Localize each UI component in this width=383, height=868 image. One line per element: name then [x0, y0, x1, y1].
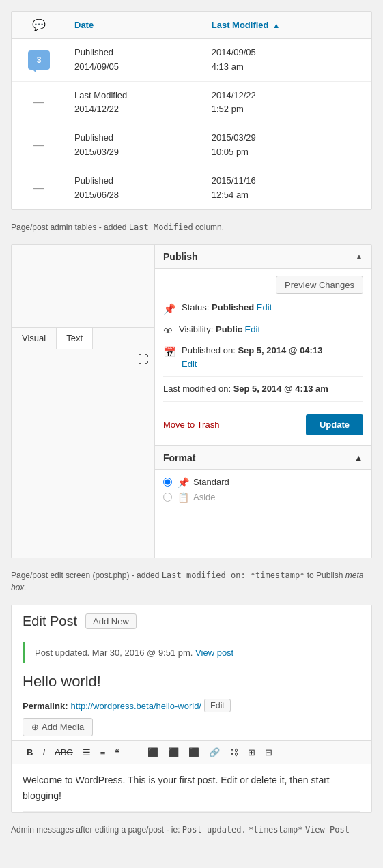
text-tab[interactable]: Text: [56, 328, 93, 349]
view-post-link[interactable]: View post: [195, 648, 233, 658]
publish-box: Publish ▲ Preview Changes 📌 Status: Publ…: [155, 245, 371, 446]
align-center-button[interactable]: ⬛: [164, 745, 183, 760]
table-cell-date: Last Modified2014/12/22: [66, 81, 203, 124]
visibility-text: Visibility: Public Edit: [179, 323, 260, 336]
add-new-button[interactable]: Add New: [85, 613, 137, 629]
ul-button[interactable]: ☰: [79, 745, 95, 760]
expand-icon[interactable]: ⛶: [138, 353, 149, 366]
table-wrapper: 💬 Date Last Modified ▲ 3Published2014/09…: [12, 12, 371, 209]
move-to-trash-link[interactable]: Move to Trash: [163, 420, 219, 430]
strikethrough-button[interactable]: ABC: [51, 745, 77, 760]
media-icon: ⊕: [31, 722, 39, 732]
table-row: —Last Modified2014/12/222014/12/221:52 p…: [12, 81, 371, 124]
dash-icon: —: [33, 96, 44, 108]
visibility-icon: 👁: [163, 323, 173, 339]
indent-button[interactable]: ⊞: [244, 745, 259, 760]
sort-arrow-icon: ▲: [272, 21, 280, 29]
italic-button[interactable]: I: [38, 745, 49, 760]
format-aside-label: Aside: [193, 492, 216, 502]
align-left-button[interactable]: ⬛: [143, 745, 162, 760]
blockquote-button[interactable]: ❝: [111, 745, 124, 760]
edit-post-header: Edit Post Add New: [12, 605, 371, 635]
unlink-button[interactable]: ⛓: [225, 745, 242, 760]
calendar-icon: 📅: [163, 345, 176, 360]
edit-post-section: Edit Post Add New Post updated. Mar 30, …: [11, 605, 372, 813]
hr-button[interactable]: —: [125, 745, 142, 760]
editor-content[interactable]: Welcome to WordPress. This is your first…: [23, 764, 360, 812]
publish-header: Publish ▲: [155, 245, 371, 269]
col-comments-header: 💬: [12, 12, 66, 39]
notice-text: Post updated.: [35, 648, 89, 658]
table-caption: Page/post admin tables - added Last Modi…: [11, 221, 372, 233]
admin-table: 💬 Date Last Modified ▲ 3Published2014/09…: [12, 12, 371, 209]
status-text: Status: Published Edit: [182, 301, 272, 315]
format-body: 📌 Standard 📋 Aside: [155, 470, 371, 514]
table-cell-comments: —: [12, 124, 66, 167]
pushpin-icon: 📌: [178, 477, 189, 488]
editor-placeholder: [12, 245, 154, 327]
table-header-row: 💬 Date Last Modified ▲: [12, 12, 371, 39]
preview-changes-button[interactable]: Preview Changes: [276, 276, 363, 294]
visibility-row: 👁 Visibility: Public Edit: [163, 323, 363, 339]
comment-bubble[interactable]: 3: [28, 50, 50, 70]
notice-timestamp: Mar 30, 2016 @ 9:51 pm.: [92, 648, 193, 658]
edit-right-panel: Publish ▲ Preview Changes 📌 Status: Publ…: [155, 245, 371, 558]
published-edit-link[interactable]: Edit: [182, 359, 197, 369]
media-row: ⊕ Add Media: [23, 718, 360, 736]
table-cell-comments: —: [12, 81, 66, 124]
editor-expand-area: ⛶: [12, 349, 154, 370]
visual-tab[interactable]: Visual: [12, 328, 56, 349]
publish-caption: Page/post edit screen (post.php) - added…: [11, 569, 372, 594]
format-collapse-icon[interactable]: ▲: [354, 452, 363, 463]
table-row: 3Published2014/09/052014/09/054:13 am: [12, 39, 371, 82]
table-row: —Published2015/06/282015/11/1612:54 am: [12, 167, 371, 209]
editor-toolbar: B I ABC ☰ ≡ ❝ — ⬛ ⬛ ⬛ 🔗 ⛓ ⊞ ⊟: [12, 740, 371, 764]
col-date-header[interactable]: Date: [66, 12, 203, 39]
table-cell-date: Published2015/06/28: [66, 167, 203, 209]
visibility-edit-link[interactable]: Edit: [245, 324, 260, 334]
format-standard-label: Standard: [193, 477, 229, 487]
published-on-row: 📅 Published on: Sep 5, 2014 @ 04:13 Edit: [163, 344, 363, 371]
notice-bar: Post updated. Mar 30, 2016 @ 9:51 pm. Vi…: [23, 642, 360, 663]
publish-body: Preview Changes 📌 Status: Published Edit…: [155, 269, 371, 445]
post-title-display: Hello world!: [23, 670, 360, 693]
col-modified-header[interactable]: Last Modified ▲: [203, 12, 371, 39]
aside-icon: 📋: [178, 492, 189, 503]
format-title: Format: [163, 452, 195, 463]
ol-button[interactable]: ≡: [96, 745, 110, 760]
format-standard-radio[interactable]: [163, 478, 172, 487]
publish-collapse-icon[interactable]: ▲: [355, 252, 363, 261]
table-cell-modified: 2014/12/221:52 pm: [203, 81, 371, 124]
last-modified-row: Last modified on: Sep 5, 2014 @ 4:13 am: [163, 376, 363, 402]
format-standard: 📌 Standard: [163, 477, 363, 488]
link-button[interactable]: 🔗: [205, 745, 224, 760]
table-cell-modified: 2015/03/2910:05 pm: [203, 124, 371, 167]
table-row: —Published2015/03/292015/03/2910:05 pm: [12, 124, 371, 167]
add-media-button[interactable]: ⊕ Add Media: [23, 718, 93, 736]
admin-table-section: 💬 Date Last Modified ▲ 3Published2014/09…: [11, 11, 372, 210]
published-on-text: Published on: Sep 5, 2014 @ 04:13 Edit: [182, 344, 322, 371]
permalink-url[interactable]: http://wordpress.beta/hello-world/: [70, 701, 201, 711]
align-right-button[interactable]: ⬛: [184, 745, 203, 760]
status-edit-link[interactable]: Edit: [257, 302, 272, 313]
permalink-row: Permalink: http://wordpress.beta/hello-w…: [23, 699, 360, 712]
dash-icon: —: [33, 139, 44, 151]
table-cell-date: Published2014/09/05: [66, 39, 203, 82]
publish-actions: Move to Trash Update: [163, 409, 363, 438]
format-aside-radio[interactable]: [163, 493, 172, 502]
bold-button[interactable]: B: [23, 745, 37, 760]
update-button[interactable]: Update: [306, 414, 363, 435]
format-box: Format ▲ 📌 Standard 📋 Aside: [155, 446, 371, 514]
edit-post-caption: Admin messages after editing a page/post…: [11, 824, 372, 836]
status-icon: 📌: [163, 302, 176, 317]
permalink-edit-button[interactable]: Edit: [204, 699, 231, 712]
table-cell-date: Published2015/03/29: [66, 124, 203, 167]
table-cell-modified: 2014/09/054:13 am: [203, 39, 371, 82]
format-header: Format ▲: [155, 446, 371, 470]
permalink-label: Permalink:: [23, 701, 68, 711]
status-row: 📌 Status: Published Edit: [163, 301, 363, 317]
preview-btn-row: Preview Changes: [163, 276, 363, 294]
table-button[interactable]: ⊟: [261, 745, 276, 760]
edit-screen-section: Visual Text ⛶ Publish ▲ Preview Changes …: [11, 244, 372, 558]
table-cell-modified: 2015/11/1612:54 am: [203, 167, 371, 209]
